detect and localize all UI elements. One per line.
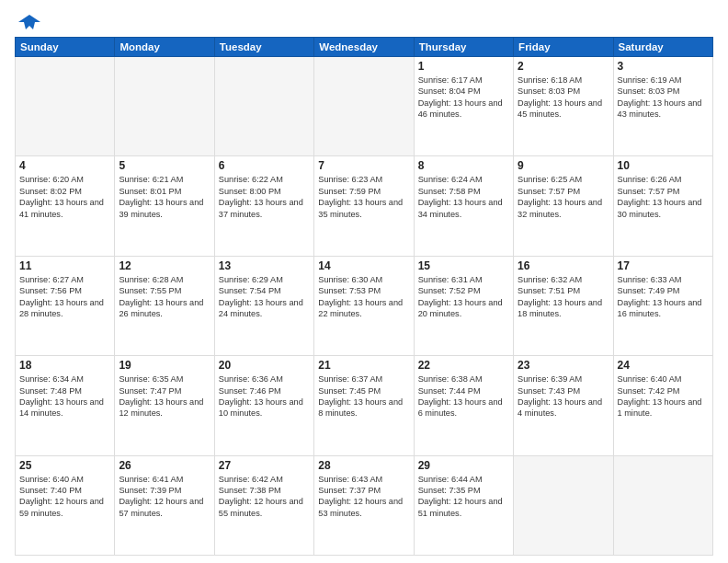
svg-marker-0	[18, 15, 40, 29]
calendar-cell	[514, 455, 613, 555]
calendar-cell: 8Sunrise: 6:24 AM Sunset: 7:58 PM Daylig…	[414, 156, 513, 256]
day-number: 6	[219, 159, 310, 172]
day-number: 10	[618, 159, 709, 172]
day-number: 23	[518, 359, 609, 372]
calendar-cell	[16, 57, 115, 156]
day-number: 11	[19, 259, 110, 272]
day-info: Sunrise: 6:20 AM Sunset: 8:02 PM Dayligh…	[19, 174, 110, 220]
day-number: 26	[119, 459, 210, 472]
day-info: Sunrise: 6:44 AM Sunset: 7:35 PM Dayligh…	[418, 474, 509, 520]
day-info: Sunrise: 6:35 AM Sunset: 7:47 PM Dayligh…	[119, 373, 210, 419]
calendar-week-4: 18Sunrise: 6:34 AM Sunset: 7:48 PM Dayli…	[16, 356, 713, 455]
day-info: Sunrise: 6:38 AM Sunset: 7:44 PM Dayligh…	[418, 373, 509, 419]
day-info: Sunrise: 6:18 AM Sunset: 8:03 PM Dayligh…	[518, 75, 609, 121]
day-info: Sunrise: 6:36 AM Sunset: 7:46 PM Dayligh…	[219, 373, 310, 419]
day-number: 14	[318, 259, 409, 272]
day-info: Sunrise: 6:22 AM Sunset: 8:00 PM Dayligh…	[219, 174, 310, 220]
calendar-cell: 10Sunrise: 6:26 AM Sunset: 7:57 PM Dayli…	[613, 156, 712, 256]
day-info: Sunrise: 6:25 AM Sunset: 7:57 PM Dayligh…	[518, 174, 609, 220]
calendar-cell	[613, 455, 712, 555]
calendar-cell: 22Sunrise: 6:38 AM Sunset: 7:44 PM Dayli…	[414, 356, 513, 455]
calendar-cell: 17Sunrise: 6:33 AM Sunset: 7:49 PM Dayli…	[613, 256, 712, 355]
day-info: Sunrise: 6:32 AM Sunset: 7:51 PM Dayligh…	[518, 274, 609, 320]
day-number: 21	[318, 359, 409, 372]
day-number: 20	[219, 359, 310, 372]
day-number: 7	[318, 159, 409, 172]
day-number: 28	[318, 459, 409, 472]
day-number: 9	[518, 159, 609, 172]
day-info: Sunrise: 6:26 AM Sunset: 7:57 PM Dayligh…	[618, 174, 709, 220]
day-number: 29	[418, 459, 509, 472]
calendar-header-wednesday: Wednesday	[314, 38, 414, 57]
day-info: Sunrise: 6:31 AM Sunset: 7:52 PM Dayligh…	[418, 274, 509, 320]
day-number: 27	[219, 459, 310, 472]
calendar-week-2: 4Sunrise: 6:20 AM Sunset: 8:02 PM Daylig…	[16, 156, 713, 256]
calendar-week-3: 11Sunrise: 6:27 AM Sunset: 7:56 PM Dayli…	[16, 256, 713, 355]
calendar-table: SundayMondayTuesdayWednesdayThursdayFrid…	[15, 37, 713, 556]
calendar-header-thursday: Thursday	[414, 38, 513, 57]
calendar-cell: 13Sunrise: 6:29 AM Sunset: 7:54 PM Dayli…	[214, 256, 313, 355]
calendar-cell: 11Sunrise: 6:27 AM Sunset: 7:56 PM Dayli…	[16, 256, 115, 355]
day-info: Sunrise: 6:40 AM Sunset: 7:42 PM Dayligh…	[618, 373, 709, 419]
calendar-cell: 26Sunrise: 6:41 AM Sunset: 7:39 PM Dayli…	[115, 455, 214, 555]
calendar-cell: 23Sunrise: 6:39 AM Sunset: 7:43 PM Dayli…	[514, 356, 613, 455]
day-info: Sunrise: 6:21 AM Sunset: 8:01 PM Dayligh…	[119, 174, 210, 220]
day-number: 5	[119, 159, 210, 172]
calendar-cell: 16Sunrise: 6:32 AM Sunset: 7:51 PM Dayli…	[514, 256, 613, 355]
day-number: 2	[518, 60, 609, 73]
calendar-cell: 19Sunrise: 6:35 AM Sunset: 7:47 PM Dayli…	[115, 356, 214, 455]
calendar-week-5: 25Sunrise: 6:40 AM Sunset: 7:40 PM Dayli…	[16, 455, 713, 555]
day-number: 16	[518, 259, 609, 272]
day-number: 25	[19, 459, 110, 472]
day-info: Sunrise: 6:19 AM Sunset: 8:03 PM Dayligh…	[618, 75, 709, 121]
day-number: 19	[119, 359, 210, 372]
page: SundayMondayTuesdayWednesdayThursdayFrid…	[0, 0, 728, 563]
day-info: Sunrise: 6:39 AM Sunset: 7:43 PM Dayligh…	[518, 373, 609, 419]
logo	[15, 9, 42, 31]
calendar-header-saturday: Saturday	[613, 38, 712, 57]
day-number: 13	[219, 259, 310, 272]
calendar-cell: 3Sunrise: 6:19 AM Sunset: 8:03 PM Daylig…	[613, 57, 712, 156]
day-number: 4	[19, 159, 110, 172]
day-number: 8	[418, 159, 509, 172]
calendar-cell: 14Sunrise: 6:30 AM Sunset: 7:53 PM Dayli…	[314, 256, 414, 355]
calendar-cell: 18Sunrise: 6:34 AM Sunset: 7:48 PM Dayli…	[16, 356, 115, 455]
calendar-header-sunday: Sunday	[16, 38, 115, 57]
header	[15, 9, 713, 31]
calendar-cell: 2Sunrise: 6:18 AM Sunset: 8:03 PM Daylig…	[514, 57, 613, 156]
day-info: Sunrise: 6:29 AM Sunset: 7:54 PM Dayligh…	[219, 274, 310, 320]
day-info: Sunrise: 6:24 AM Sunset: 7:58 PM Dayligh…	[418, 174, 509, 220]
logo-bird-icon	[17, 9, 42, 35]
day-info: Sunrise: 6:34 AM Sunset: 7:48 PM Dayligh…	[19, 373, 110, 419]
calendar-cell: 9Sunrise: 6:25 AM Sunset: 7:57 PM Daylig…	[514, 156, 613, 256]
calendar-cell: 29Sunrise: 6:44 AM Sunset: 7:35 PM Dayli…	[414, 455, 513, 555]
calendar-cell	[214, 57, 313, 156]
day-number: 22	[418, 359, 509, 372]
calendar-cell: 6Sunrise: 6:22 AM Sunset: 8:00 PM Daylig…	[214, 156, 313, 256]
calendar-cell: 15Sunrise: 6:31 AM Sunset: 7:52 PM Dayli…	[414, 256, 513, 355]
day-number: 24	[618, 359, 709, 372]
day-number: 1	[418, 60, 509, 73]
calendar-cell: 28Sunrise: 6:43 AM Sunset: 7:37 PM Dayli…	[314, 455, 414, 555]
calendar-header-monday: Monday	[115, 38, 214, 57]
calendar-cell	[115, 57, 214, 156]
day-info: Sunrise: 6:43 AM Sunset: 7:37 PM Dayligh…	[318, 474, 409, 520]
day-info: Sunrise: 6:27 AM Sunset: 7:56 PM Dayligh…	[19, 274, 110, 320]
day-number: 18	[19, 359, 110, 372]
calendar-header-tuesday: Tuesday	[214, 38, 313, 57]
calendar-cell: 20Sunrise: 6:36 AM Sunset: 7:46 PM Dayli…	[214, 356, 313, 455]
day-info: Sunrise: 6:23 AM Sunset: 7:59 PM Dayligh…	[318, 174, 409, 220]
calendar-cell: 4Sunrise: 6:20 AM Sunset: 8:02 PM Daylig…	[16, 156, 115, 256]
calendar-cell: 12Sunrise: 6:28 AM Sunset: 7:55 PM Dayli…	[115, 256, 214, 355]
day-info: Sunrise: 6:33 AM Sunset: 7:49 PM Dayligh…	[618, 274, 709, 320]
day-number: 12	[119, 259, 210, 272]
calendar-cell	[314, 57, 414, 156]
day-info: Sunrise: 6:37 AM Sunset: 7:45 PM Dayligh…	[318, 373, 409, 419]
calendar-cell: 7Sunrise: 6:23 AM Sunset: 7:59 PM Daylig…	[314, 156, 414, 256]
day-info: Sunrise: 6:17 AM Sunset: 8:04 PM Dayligh…	[418, 75, 509, 121]
day-info: Sunrise: 6:40 AM Sunset: 7:40 PM Dayligh…	[19, 474, 110, 520]
calendar-week-1: 1Sunrise: 6:17 AM Sunset: 8:04 PM Daylig…	[16, 57, 713, 156]
day-info: Sunrise: 6:28 AM Sunset: 7:55 PM Dayligh…	[119, 274, 210, 320]
calendar-cell: 27Sunrise: 6:42 AM Sunset: 7:38 PM Dayli…	[214, 455, 313, 555]
calendar-cell: 21Sunrise: 6:37 AM Sunset: 7:45 PM Dayli…	[314, 356, 414, 455]
